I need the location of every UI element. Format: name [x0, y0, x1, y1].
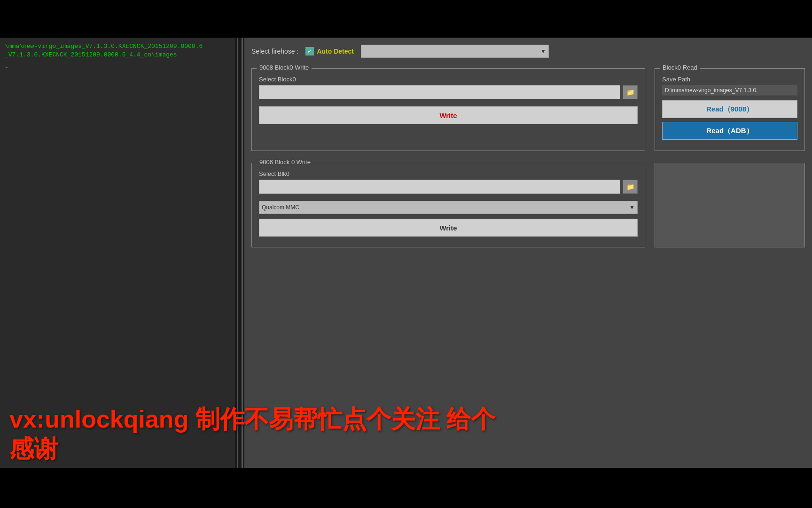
firehose-dropdown[interactable]: ▼: [361, 45, 549, 58]
block0-9006-input-row: 📁: [259, 180, 638, 194]
firehose-label: Select firehose :: [251, 48, 298, 55]
write-9006-button[interactable]: Write: [259, 219, 638, 237]
block0-write-9006-title: 9006 Block 0 Write: [257, 159, 313, 166]
blocks-row: 9008 Block0 Write Select Block0 📁 Write …: [251, 64, 805, 151]
auto-detect-checkbox[interactable]: ✓: [305, 47, 314, 56]
left-panel: \mma\new-virgo_images_V7.1.3.0.KXECNCK_2…: [0, 38, 235, 468]
right-panel: Select firehose : ✓ Auto Detect ▼ 9008 B…: [244, 38, 812, 468]
read-9008-button[interactable]: Read（9008）: [662, 100, 797, 118]
block0-write-group: 9008 Block0 Write Select Block0 📁 Write: [251, 68, 645, 151]
sep-line-1: [237, 38, 238, 468]
block0-input-row: 📁: [259, 85, 638, 99]
bottom-section: 9006 Block 0 Write Select Blk0 📁 Qualcom…: [251, 158, 805, 247]
main-content: \mma\new-virgo_images_V7.1.3.0.KXECNCK_2…: [0, 38, 812, 468]
read-9008-label: Read（9008）: [706, 105, 753, 114]
read-adb-label: Read（ADB）: [706, 127, 753, 135]
mmc-text: Qualcom MMC: [262, 204, 299, 211]
block0-write-9006-group: 9006 Block 0 Write Select Blk0 📁 Qualcom…: [251, 163, 645, 247]
select-block0-label: Select Block0: [259, 76, 638, 83]
block0-write-title: 9008 Block0 Write: [257, 64, 312, 71]
block0-read-group: Block0 Read Save Path D:\mma\new-virgo_i…: [655, 68, 805, 151]
write-9006-label: Write: [439, 224, 457, 232]
block0-read-9006-group: [655, 163, 805, 247]
black-bar-top: [0, 0, 812, 38]
read-adb-button[interactable]: Read（ADB）: [662, 122, 797, 140]
save-path-value: D:\mma\new-virgo_images_V7.1.3.0.: [662, 85, 797, 95]
sep-inner: [234, 38, 245, 468]
terminal-line2: _V7.1.3.0.KXECNCK_20151209.0000.6_4.4_cn…: [5, 51, 230, 59]
terminal-line1: \mma\new-virgo_images_V7.1.3.0.KXECNCK_2…: [5, 42, 230, 51]
save-path-label: Save Path: [662, 76, 797, 83]
block0-browse-button[interactable]: 📁: [623, 85, 638, 99]
select-blk0-label: Select Blk0: [259, 170, 638, 177]
auto-detect-group: ✓ Auto Detect: [305, 47, 354, 56]
write-button[interactable]: Write: [259, 106, 638, 124]
auto-detect-label: Auto Detect: [317, 48, 354, 55]
separator: [235, 38, 244, 468]
write-button-label: Write: [439, 111, 457, 119]
sep-line-2: [242, 38, 243, 468]
block0-read-title: Block0 Read: [660, 64, 700, 71]
block0-9006-browse-button[interactable]: 📁: [623, 180, 638, 194]
block0-file-input[interactable]: [259, 85, 620, 99]
firehose-row: Select firehose : ✓ Auto Detect ▼: [251, 45, 805, 58]
black-bar-bottom: [0, 468, 812, 508]
mmc-dropdown[interactable]: Qualcom MMC ▼: [259, 201, 638, 214]
dropdown-arrow-icon: ▼: [540, 48, 546, 55]
terminal-cursor: -: [5, 64, 230, 71]
folder-icon-2: 📁: [626, 183, 634, 190]
block0-9006-file-input[interactable]: [259, 180, 620, 194]
folder-icon: 📁: [626, 88, 634, 96]
mmc-dropdown-arrow-icon: ▼: [629, 204, 635, 211]
